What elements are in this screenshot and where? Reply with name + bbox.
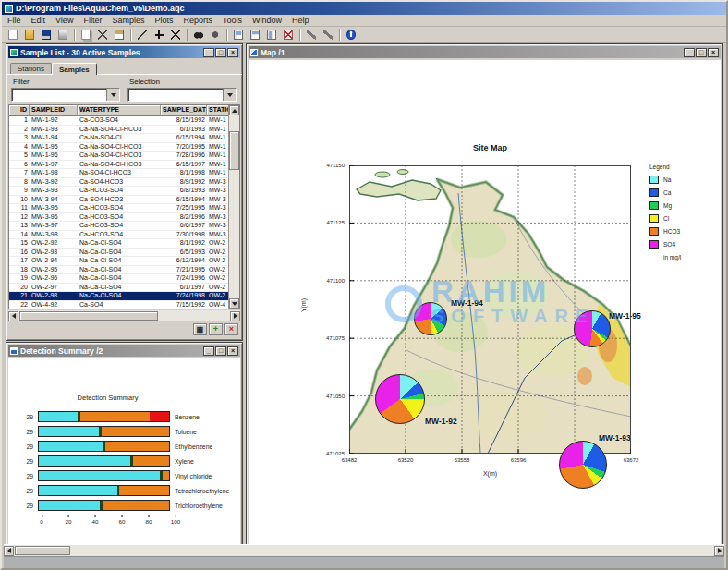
map-titlebar[interactable]: Map /1 _□× bbox=[249, 46, 721, 58]
save-button[interactable] bbox=[38, 28, 55, 42]
column-header-sample_date[interactable]: SAMPLE_DATE bbox=[161, 105, 207, 116]
menu-view[interactable]: View bbox=[55, 16, 73, 25]
column-header-sampleid[interactable]: SAMPLEID bbox=[30, 105, 78, 116]
detection-summary-titlebar[interactable]: Detection Summary /2 _□× bbox=[8, 345, 240, 357]
filter-dropdown-button[interactable] bbox=[106, 89, 119, 101]
window-layout-button[interactable] bbox=[263, 28, 280, 42]
cell: 6 bbox=[9, 161, 30, 169]
x-tick-label: 63520 bbox=[398, 457, 414, 463]
sample-row[interactable]: 13MW-3-97Ca-HCO3-SO46/6/1997MW-3 bbox=[9, 222, 239, 231]
delete-record-button[interactable]: × bbox=[224, 323, 238, 335]
sample-row[interactable]: 20OW-2-97Na-Ca-Cl-SO46/1/1997OW-2 bbox=[9, 284, 239, 293]
vertical-scrollbar[interactable] bbox=[228, 105, 239, 309]
paste-icon bbox=[115, 30, 124, 40]
bar-segment-non-detect bbox=[105, 442, 169, 451]
info-button[interactable] bbox=[343, 28, 359, 42]
menu-help[interactable]: Help bbox=[292, 16, 309, 25]
toolbar-separator bbox=[299, 29, 300, 41]
minimize-button[interactable]: _ bbox=[203, 346, 214, 356]
selection-combobox[interactable] bbox=[127, 88, 237, 102]
sample-row[interactable]: 18OW-2-95Na-Ca-Cl-SO47/21/1995OW-2 bbox=[9, 266, 239, 275]
sample-row[interactable]: 19OW-2-96Na-Ca-Cl-SO47/24/1996OW-2 bbox=[9, 274, 239, 284]
delete-sample-button[interactable] bbox=[167, 28, 184, 42]
menu-plots[interactable]: Plots bbox=[154, 16, 173, 25]
minimize-button[interactable]: _ bbox=[684, 48, 695, 57]
sample-row[interactable]: 10MW-3-94Ca-SO4-HCO36/15/1994MW-3 bbox=[9, 196, 239, 205]
menu-window[interactable]: Window bbox=[252, 16, 282, 25]
sample-row[interactable]: 6MW-1-97Ca-Na-SO4-Cl-HCO36/15/1997MW-1 bbox=[9, 161, 239, 170]
menu-reports[interactable]: Reports bbox=[183, 16, 212, 25]
sample-row[interactable]: 2MW-1-93Ca-Na-SO4-Cl-HCO36/1/1993MW-1 bbox=[9, 126, 239, 135]
sample-row[interactable]: 7MW-1-98Na-SO4-Cl-HCO38/1/1998MW-1 bbox=[9, 169, 239, 178]
copy-button[interactable] bbox=[78, 28, 94, 42]
browse-records-button[interactable]: ▦ bbox=[193, 323, 207, 335]
horizontal-scrollbar[interactable] bbox=[8, 310, 240, 321]
sample-row[interactable]: 5MW-1-96Ca-Na-SO4-Cl-HCO37/28/1996MW-1 bbox=[9, 152, 239, 161]
cut-button[interactable] bbox=[94, 28, 111, 42]
sample-row[interactable]: 17OW-2-94Na-Ca-Cl-SO46/12/1994OW-2 bbox=[9, 257, 239, 266]
sample-row[interactable]: 3MW-1-94Ca-Na-SO4-Cl6/15/1994MW-1 bbox=[9, 134, 239, 143]
sample-row[interactable]: 22OW-4-92Ca-SO47/15/1992OW-4 bbox=[9, 301, 239, 310]
sample-list-titlebar[interactable]: Sample List - 30 Active Samples _□× bbox=[8, 46, 240, 58]
insert-record-button[interactable]: + bbox=[209, 323, 223, 335]
sample-row[interactable]: 11MW-3-95Ca-HCO3-SO47/25/1995MW-3 bbox=[9, 204, 239, 213]
draw-line-button[interactable] bbox=[134, 28, 151, 42]
sample-row[interactable]: 15OW-2-92Na-Ca-Cl-SO48/1/1992OW-2 bbox=[9, 239, 239, 249]
stacked-bar bbox=[38, 455, 170, 467]
scrollbar-thumb[interactable] bbox=[19, 311, 158, 321]
menu-samples[interactable]: Samples bbox=[112, 16, 144, 25]
maximize-button[interactable]: □ bbox=[215, 346, 226, 356]
cell: OW-2-95 bbox=[30, 266, 78, 274]
sample-row[interactable]: 16OW-2-93Na-Ca-Cl-SO46/5/1993OW-2 bbox=[9, 249, 239, 258]
scrollbar-thumb[interactable] bbox=[229, 131, 239, 170]
add-sample-button[interactable] bbox=[151, 28, 167, 42]
close-button[interactable]: × bbox=[227, 346, 238, 356]
menu-tools[interactable]: Tools bbox=[223, 16, 242, 25]
sample-row[interactable]: 14MW-3-98Ca-HCO3-SO47/30/1998MW-3 bbox=[9, 231, 239, 240]
window-cascade-button[interactable] bbox=[230, 28, 247, 42]
close-button[interactable]: × bbox=[227, 48, 238, 57]
main-titlebar[interactable]: D:\Program Files\AquaChem_v5\Demo.aqc bbox=[2, 2, 726, 15]
cell: 7/28/1996 bbox=[161, 152, 207, 160]
mdi-horizontal-scrollbar[interactable] bbox=[4, 544, 724, 556]
scroll-right-button[interactable] bbox=[230, 311, 240, 321]
menu-file[interactable]: File bbox=[7, 16, 21, 25]
scroll-left-button[interactable] bbox=[4, 546, 14, 556]
tools-wrench-button[interactable] bbox=[303, 28, 320, 42]
maximize-button[interactable]: □ bbox=[696, 48, 707, 57]
zoom-button[interactable] bbox=[207, 28, 224, 42]
column-header-id[interactable]: ID bbox=[9, 105, 30, 116]
scroll-left-button[interactable] bbox=[8, 311, 18, 321]
selection-dropdown-button[interactable] bbox=[223, 89, 236, 101]
scroll-right-button[interactable] bbox=[714, 546, 724, 556]
tab-samples[interactable]: Samples bbox=[52, 63, 97, 75]
menu-edit[interactable]: Edit bbox=[31, 16, 46, 25]
paste-button[interactable] bbox=[111, 28, 127, 42]
print-button[interactable] bbox=[55, 28, 71, 42]
maximize-button[interactable]: □ bbox=[215, 48, 226, 57]
sample-row[interactable]: 21OW-2-98Na-Ca-Cl-SO47/24/1998OW-2 bbox=[9, 292, 239, 301]
scroll-up-button[interactable] bbox=[229, 105, 239, 115]
scrollbar-thumb[interactable] bbox=[15, 546, 70, 555]
map-legend: Legend NaCaMgClHCO3SO4 in mg/l bbox=[649, 164, 681, 261]
tab-stations[interactable]: Stations bbox=[10, 63, 52, 74]
sample-row[interactable]: 8MW-3-92Ca-SO4-HCO38/9/1992MW-3 bbox=[9, 178, 239, 188]
sample-row[interactable]: 4MW-1-95Ca-Na-SO4-Cl-HCO37/20/1995MW-1 bbox=[9, 143, 239, 152]
scroll-down-button[interactable] bbox=[229, 298, 239, 309]
options-wrench-button[interactable] bbox=[320, 28, 336, 42]
legend-swatch bbox=[649, 240, 659, 249]
minimize-button[interactable]: _ bbox=[203, 48, 214, 57]
print-icon bbox=[58, 30, 67, 40]
column-header-watertype[interactable]: WATERTYPE bbox=[78, 105, 161, 116]
window-tile-button[interactable] bbox=[247, 28, 263, 42]
new-document-button[interactable] bbox=[5, 28, 21, 42]
sample-row[interactable]: 1MW-1-92Ca-CO3-SO48/15/1992MW-1 bbox=[9, 116, 239, 126]
find-button[interactable] bbox=[190, 28, 207, 42]
sample-row[interactable]: 9MW-3-93Ca-HCO3-SO46/8/1993MW-3 bbox=[9, 187, 239, 196]
sample-row[interactable]: 12MW-3-96Ca-HCO3-SO48/2/1996MW-3 bbox=[9, 213, 239, 223]
filter-combobox[interactable] bbox=[11, 88, 120, 102]
window-close-button[interactable] bbox=[280, 28, 297, 42]
menu-filter[interactable]: Filter bbox=[83, 16, 102, 25]
close-button[interactable]: × bbox=[708, 48, 719, 57]
open-project-button[interactable] bbox=[21, 28, 38, 42]
